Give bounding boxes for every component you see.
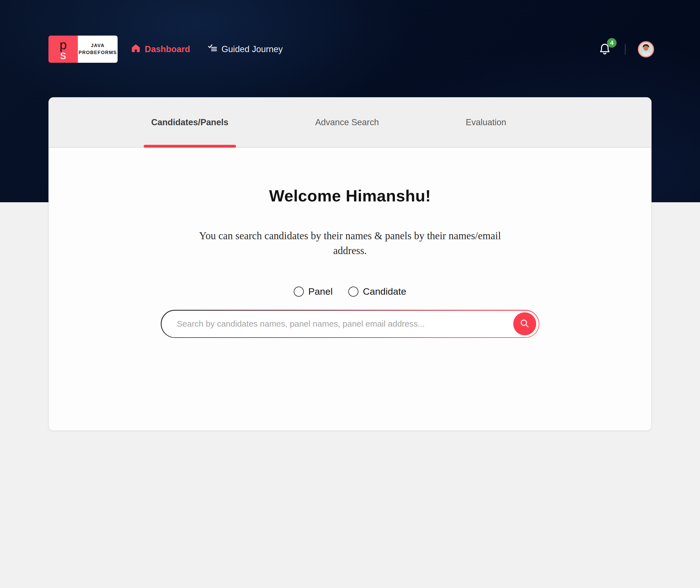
app-logo[interactable]: p s JAVA PROBEFORMS	[48, 36, 118, 63]
user-avatar[interactable]	[638, 41, 654, 57]
bell-icon	[599, 52, 611, 57]
nav-divider	[625, 44, 626, 55]
logo-letter-s: s	[60, 50, 66, 60]
top-navigation: p s JAVA PROBEFORMS Dashboard Guided Jou…	[48, 36, 654, 63]
candidate-radio[interactable]	[348, 286, 358, 297]
tab-candidates-panels[interactable]: Candidates/Panels	[151, 97, 228, 147]
search-bar-inner	[162, 311, 539, 337]
notifications-button[interactable]: 4	[599, 43, 611, 56]
search-icon	[519, 318, 530, 330]
welcome-title: Welcome Himanshu!	[49, 148, 651, 205]
logo-name-line1: JAVA	[91, 42, 105, 49]
logo-mark: p s	[48, 36, 78, 63]
nav-dashboard-label: Dashboard	[145, 44, 190, 54]
panel-radio[interactable]	[294, 286, 304, 297]
tab-evaluation-label: Evaluation	[466, 117, 506, 127]
search-button[interactable]	[513, 313, 536, 335]
checklist-icon	[207, 43, 218, 55]
logo-name-line2: PROBEFORMS	[79, 49, 117, 56]
radio-option-candidate[interactable]: Candidate	[348, 286, 406, 297]
tab-advance-search-label: Advance Search	[315, 117, 379, 127]
search-card: Candidates/Panels Advance Search Evaluat…	[48, 97, 652, 431]
radio-option-panel[interactable]: Panel	[294, 286, 333, 297]
nav-guided-journey-label: Guided Journey	[221, 44, 283, 54]
notification-count-badge: 4	[607, 38, 617, 48]
home-icon	[131, 43, 141, 55]
tab-advance-search[interactable]: Advance Search	[315, 97, 379, 147]
tab-bar: Candidates/Panels Advance Search Evaluat…	[49, 97, 651, 148]
panel-radio-label: Panel	[308, 286, 333, 297]
candidate-radio-label: Candidate	[363, 286, 406, 297]
search-bar	[161, 310, 539, 338]
card-body: Welcome Himanshu! You can search candida…	[49, 148, 651, 338]
nav-item-dashboard[interactable]: Dashboard	[131, 43, 190, 55]
welcome-subtitle: You can search candidates by their names…	[189, 228, 511, 258]
search-type-radio-group: Panel Candidate	[49, 286, 651, 297]
nav-item-guided-journey[interactable]: Guided Journey	[207, 43, 283, 55]
logo-wordmark: JAVA PROBEFORMS	[78, 36, 118, 63]
search-input[interactable]	[162, 311, 539, 337]
tab-evaluation[interactable]: Evaluation	[466, 97, 506, 147]
tab-candidates-panels-label: Candidates/Panels	[151, 117, 228, 127]
active-tab-underline	[144, 145, 236, 148]
